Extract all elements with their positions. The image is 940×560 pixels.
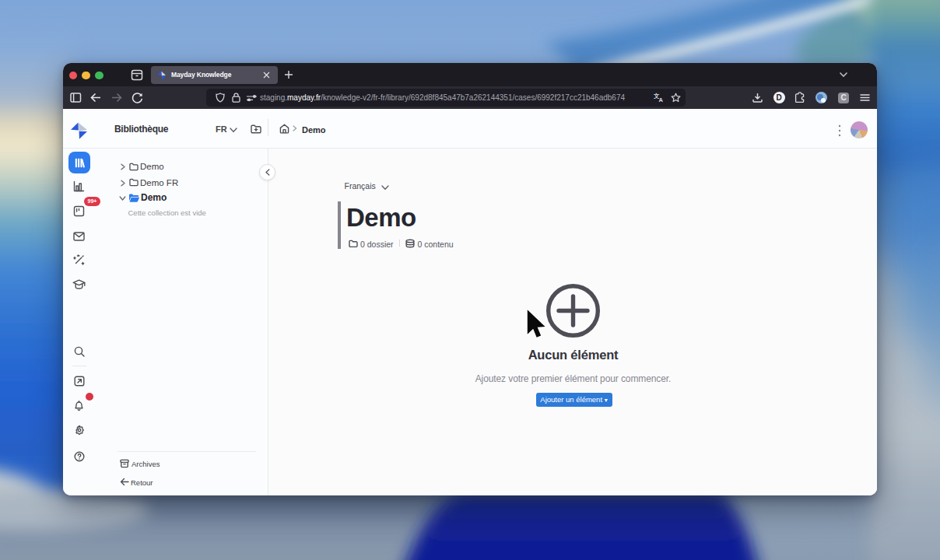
svg-text:A: A (659, 96, 664, 103)
